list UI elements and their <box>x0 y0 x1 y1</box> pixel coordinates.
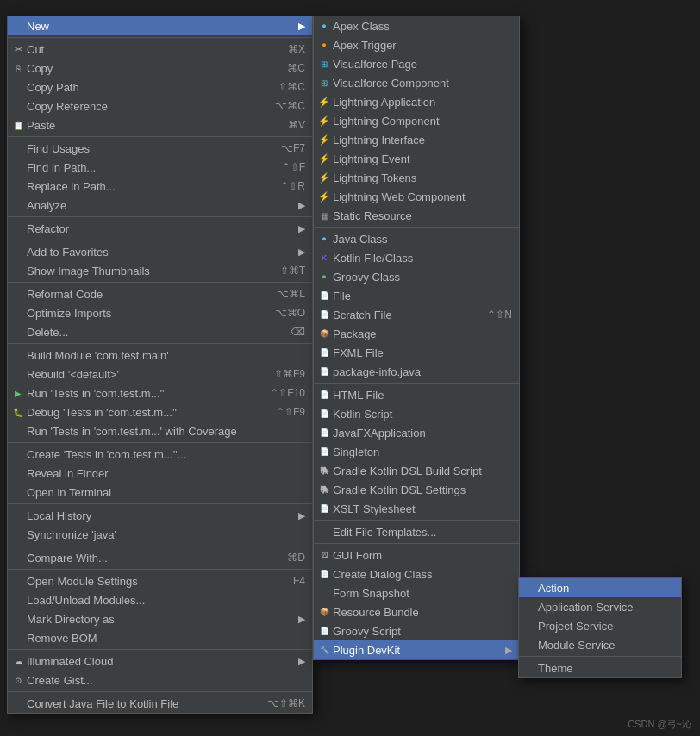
menu-item-cut[interactable]: ✂ Cut ⌘X <box>8 40 312 59</box>
submenu-gui-form[interactable]: 🖼 GUI Form <box>314 546 519 564</box>
submenu-fxml[interactable]: 📄 FXML File <box>314 343 519 362</box>
submenu-project-service[interactable]: Project Service <box>519 616 681 635</box>
menu-item-new[interactable]: New ▶ <box>8 16 312 35</box>
menu-item-convert-kotlin[interactable]: Convert Java File to Kotlin File ⌥⇧⌘K <box>8 694 312 713</box>
submenu-gradle-build[interactable]: 🐘 Gradle Kotlin DSL Build Script <box>314 461 519 480</box>
menu-item-create-tests[interactable]: Create 'Tests in 'com.test.m...''... <box>8 445 312 464</box>
singleton-icon: 📄 <box>317 445 331 458</box>
submenu-plugin-devkit[interactable]: 🔧 Plugin DevKit ▶ <box>314 640 519 659</box>
run-icon: ▶ <box>11 386 25 400</box>
submenu-lightning-component[interactable]: ⚡ Lightning Component <box>314 111 519 130</box>
context-menu: New ▶ ✂ Cut ⌘X ⎘ Copy ⌘C Copy Path ⇧⌘C C… <box>7 16 313 714</box>
menu-item-compare[interactable]: Compare With... ⌘D <box>8 548 312 567</box>
menu-item-synchronize[interactable]: Synchronize 'java' <box>8 525 312 544</box>
submenu-edit-templates[interactable]: Edit File Templates... <box>314 522 519 541</box>
submenu-module-service[interactable]: Module Service <box>519 635 681 654</box>
submenu-html[interactable]: 📄 HTML File <box>314 385 519 404</box>
separator-10 <box>8 569 312 570</box>
submenu-apex-class[interactable]: ● Apex Class <box>314 16 519 35</box>
menu-item-copy-path[interactable]: Copy Path ⇧⌘C <box>8 78 312 97</box>
watermark: CSDN @弓~沁 <box>628 718 691 731</box>
menu-item-optimize[interactable]: Optimize Imports ⌥⌘O <box>8 303 312 322</box>
submenu-static-resource[interactable]: ▦ Static Resource <box>314 206 519 225</box>
submenu-lightning-event[interactable]: ⚡ Lightning Event <box>314 149 519 168</box>
submenu-kotlin-class[interactable]: K Kotlin File/Class <box>314 248 519 267</box>
submenu-java-class[interactable]: ● Java Class <box>314 229 519 248</box>
menu-item-run-coverage[interactable]: Run 'Tests in 'com.test.m...' with Cover… <box>8 421 312 440</box>
plugin-sep-1 <box>519 656 681 657</box>
menu-item-illuminated[interactable]: ☁ Illuminated Cloud ▶ <box>8 652 312 671</box>
menu-item-copy[interactable]: ⎘ Copy ⌘C <box>8 59 312 78</box>
copy-icon: ⎘ <box>11 61 25 75</box>
menu-item-run-tests[interactable]: ▶ Run 'Tests in 'com.test.m...'' ⌃⇧F10 <box>8 384 312 402</box>
submenu-scratch[interactable]: 📄 Scratch File ⌃⇧N <box>314 305 519 324</box>
submenu-resource-bundle[interactable]: 📦 Resource Bundle <box>314 602 519 621</box>
menu-item-local-history[interactable]: Local History ▶ <box>8 506 312 525</box>
submenu-vf-component[interactable]: ⊞ Visualforce Component <box>314 73 519 92</box>
submenu-groovy-script[interactable]: 📄 Groovy Script <box>314 621 519 640</box>
scratch-icon: 📄 <box>317 308 331 321</box>
submenu-groovy-class[interactable]: ● Groovy Class <box>314 267 519 286</box>
menu-item-rebuild[interactable]: Rebuild '<default>' ⇧⌘F9 <box>8 365 312 384</box>
submenu-package[interactable]: 📦 Package <box>314 324 519 343</box>
separator-7 <box>8 442 312 443</box>
arrow-icon-new: ▶ <box>298 21 305 32</box>
menu-item-paste[interactable]: 📋 Paste ⌘V <box>8 115 312 134</box>
static-resource-icon: ▦ <box>317 209 331 222</box>
lightning-app-icon: ⚡ <box>317 95 331 109</box>
submenu-apex-trigger[interactable]: ● Apex Trigger <box>314 35 519 54</box>
menu-item-build-module[interactable]: Build Module 'com.test.main' <box>8 346 312 365</box>
apex-class-icon: ● <box>317 19 331 33</box>
separator-4 <box>8 240 312 240</box>
submenu-lightning-interface[interactable]: ⚡ Lightning Interface <box>314 130 519 149</box>
submenu-lightning-tokens[interactable]: ⚡ Lightning Tokens <box>314 168 519 187</box>
submenu-javafx[interactable]: 📄 JavaFXApplication <box>314 423 519 442</box>
cloud-icon: ☁ <box>11 654 25 668</box>
menu-item-reveal-finder[interactable]: Reveal in Finder <box>8 464 312 483</box>
menu-item-module-settings[interactable]: Open Module Settings F4 <box>8 571 312 590</box>
submenu-dialog-class[interactable]: 📄 Create Dialog Class <box>314 564 519 583</box>
menu-item-copy-ref[interactable]: Copy Reference ⌥⌘C <box>8 97 312 115</box>
arrow-icon-mark: ▶ <box>298 614 305 625</box>
menu-item-analyze[interactable]: Analyze ▶ <box>8 196 312 215</box>
submenu-kotlin-script[interactable]: 📄 Kotlin Script <box>314 404 519 423</box>
menu-item-mark-dir[interactable]: Mark Directory as ▶ <box>8 609 312 628</box>
submenu-lightning-app[interactable]: ⚡ Lightning Application <box>314 92 519 111</box>
dialog-class-icon: 📄 <box>317 567 331 581</box>
menu-item-refactor[interactable]: Refactor ▶ <box>8 219 312 238</box>
vf-page-icon: ⊞ <box>317 57 331 71</box>
separator-2 <box>8 136 312 137</box>
menu-item-debug-tests[interactable]: 🐛 Debug 'Tests in 'com.test.m...'' ⌃⇧F9 <box>8 402 312 421</box>
submenu-action[interactable]: Action <box>519 578 681 597</box>
submenu-lightning-web[interactable]: ⚡ Lightning Web Component <box>314 187 519 206</box>
menu-item-replace-path[interactable]: Replace in Path... ⌃⇧R <box>8 177 312 196</box>
submenu-package-info[interactable]: 📄 package-info.java <box>314 362 519 381</box>
menu-item-add-favorites[interactable]: Add to Favorites ▶ <box>8 242 312 261</box>
submenu-gradle-settings[interactable]: 🐘 Gradle Kotlin DSL Settings <box>314 480 519 499</box>
groovy-script-icon: 📄 <box>317 624 331 638</box>
menu-item-reformat[interactable]: Reformat Code ⌥⌘L <box>8 284 312 303</box>
arrow-icon-history: ▶ <box>298 510 305 521</box>
menu-item-thumbnails[interactable]: Show Image Thumbnails ⇧⌘T <box>8 261 312 280</box>
menu-item-find-usages[interactable]: Find Usages ⌥F7 <box>8 139 312 158</box>
menu-item-create-gist[interactable]: ⊙ Create Gist... <box>8 671 312 689</box>
separator-5 <box>8 282 312 283</box>
arrow-icon-plugin: ▶ <box>505 645 512 656</box>
arrow-icon-illuminated: ▶ <box>298 656 305 667</box>
submenu-app-service[interactable]: Application Service <box>519 597 681 616</box>
separator-6 <box>8 343 312 344</box>
submenu-vf-page[interactable]: ⊞ Visualforce Page <box>314 54 519 73</box>
menu-item-load-unload[interactable]: Load/Unload Modules... <box>8 590 312 609</box>
separator-8 <box>8 503 312 504</box>
submenu-form-snapshot[interactable]: Form Snapshot <box>314 583 519 602</box>
package-icon: 📦 <box>317 327 331 340</box>
submenu-file[interactable]: 📄 File <box>314 286 519 305</box>
plugin-devkit-icon: 🔧 <box>317 643 331 657</box>
submenu-theme[interactable]: Theme <box>519 658 681 677</box>
menu-item-open-terminal[interactable]: Open in Terminal <box>8 483 312 502</box>
submenu-singleton[interactable]: 📄 Singleton <box>314 442 519 461</box>
menu-item-find-path[interactable]: Find in Path... ⌃⇧F <box>8 158 312 177</box>
menu-item-delete[interactable]: Delete... ⌫ <box>8 322 312 341</box>
menu-item-remove-bom[interactable]: Remove BOM <box>8 628 312 647</box>
submenu-xslt[interactable]: 📄 XSLT Stylesheet <box>314 499 519 518</box>
